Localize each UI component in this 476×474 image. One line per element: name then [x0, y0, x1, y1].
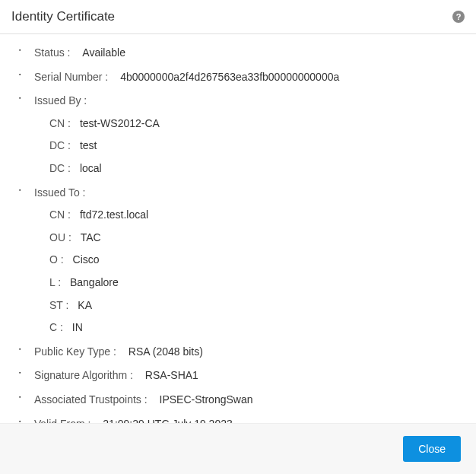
issued-to-item: CN : ftd72.test.local [49, 208, 461, 223]
help-icon[interactable]: ? [452, 11, 465, 23]
signature-algorithm-value: RSA-SHA1 [145, 369, 198, 381]
serial-number-label: Serial Number : [34, 71, 108, 83]
associated-trustpoints-value: IPSEC-StrongSwan [160, 393, 253, 406]
certificate-details-list: Status : Available Serial Number : 4b000… [19, 46, 461, 423]
issued-to-label: Issued To : [34, 186, 85, 199]
issued-to-item: O : Cisco [49, 253, 461, 268]
issued-to-l-label: L : [49, 276, 61, 288]
row-public-key-type: Public Key Type : RSA (2048 bits) [19, 345, 461, 360]
valid-from-value: 21:09:29 UTC July 19 2023 [103, 418, 232, 424]
issued-by-item: DC : local [49, 161, 461, 177]
issued-by-cn-label: CN : [49, 117, 71, 129]
issued-by-dc1-value: test [80, 139, 97, 151]
row-status: Status : Available [19, 46, 461, 61]
issued-to-item: L : Bangalore [49, 275, 461, 291]
public-key-type-value: RSA (2048 bits) [129, 345, 203, 358]
issued-to-c-value: IN [72, 321, 83, 333]
issued-by-item: DC : test [49, 138, 461, 154]
issued-to-c-label: C : [49, 321, 63, 333]
issued-to-l-value: Bangalore [70, 276, 119, 288]
issued-to-st-value: KA [78, 299, 92, 311]
signature-algorithm-label: Signature Algorithm : [34, 369, 133, 381]
public-key-type-label: Public Key Type : [34, 345, 116, 358]
issued-by-item: CN : test-WS2012-CA [49, 116, 461, 132]
issued-by-dc2-label: DC : [49, 162, 71, 174]
content-area: Status : Available Serial Number : 4b000… [0, 34, 476, 423]
row-signature-algorithm: Signature Algorithm : RSA-SHA1 [19, 368, 461, 383]
issued-to-sublist: CN : ftd72.test.local OU : TAC O : Cisco… [34, 208, 461, 336]
issued-to-cn-label: CN : [49, 208, 71, 221]
status-value: Available [82, 46, 125, 59]
status-label: Status : [34, 46, 70, 59]
issued-to-ou-label: OU : [49, 231, 71, 243]
issued-to-o-value: Cisco [73, 253, 100, 266]
row-issued-by: Issued By : CN : test-WS2012-CA DC : tes… [19, 94, 461, 176]
issued-to-ou-value: TAC [81, 231, 101, 243]
dialog-header: Identity Certificate ? [0, 0, 476, 34]
issued-by-dc1-label: DC : [49, 139, 71, 151]
row-associated-trustpoints: Associated Trustpoints : IPSEC-StrongSwa… [19, 393, 461, 408]
row-serial-number: Serial Number : 4b0000000a2f4d267563ea33… [19, 70, 461, 85]
close-button[interactable]: Close [403, 436, 461, 462]
row-issued-to: Issued To : CN : ftd72.test.local OU : T… [19, 186, 461, 336]
serial-number-value: 4b0000000a2f4d267563ea33fb00000000000a [120, 71, 339, 83]
issued-to-item: ST : KA [49, 298, 461, 313]
issued-by-label: Issued By : [34, 94, 87, 107]
issued-to-item: C : IN [49, 320, 461, 336]
issued-by-dc2-value: local [80, 162, 102, 174]
issued-to-item: OU : TAC [49, 231, 461, 246]
issued-to-o-label: O : [49, 253, 64, 266]
issued-to-cn-value: ftd72.test.local [80, 208, 148, 221]
row-valid-from: Valid From : 21:09:29 UTC July 19 2023 [19, 417, 461, 424]
issued-to-st-label: ST : [49, 299, 68, 311]
associated-trustpoints-label: Associated Trustpoints : [34, 393, 148, 406]
dialog-title: Identity Certificate [11, 9, 115, 24]
issued-by-sublist: CN : test-WS2012-CA DC : test DC : local [34, 116, 461, 177]
issued-by-cn-value: test-WS2012-CA [80, 117, 160, 129]
dialog-footer: Close [0, 423, 476, 474]
valid-from-label: Valid From : [34, 418, 90, 424]
